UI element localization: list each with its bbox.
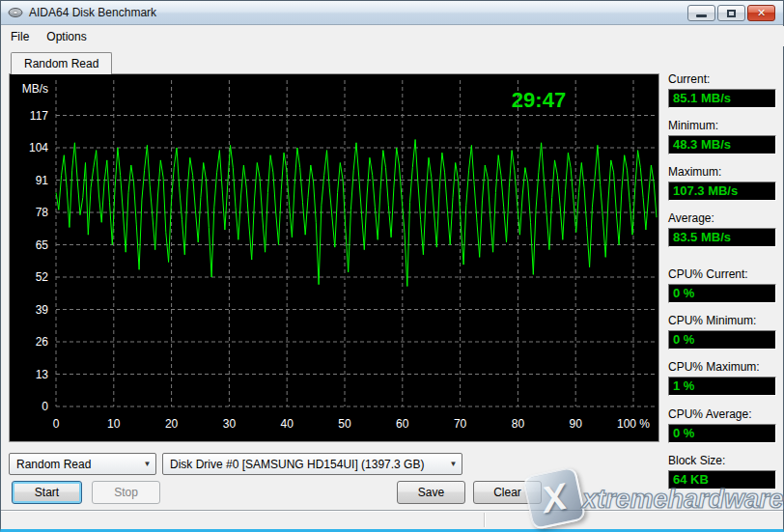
svg-text:100 %: 100 % <box>617 417 650 431</box>
svg-text:30: 30 <box>223 417 237 431</box>
stat-value-cpu-minimum: 0 % <box>668 330 776 350</box>
stat-cpu-minimum: CPU% Minimum: 0 % <box>668 314 776 350</box>
stat-value-average: 83.5 MB/s <box>668 228 776 247</box>
stat-label-minimum: Minimum: <box>668 119 776 132</box>
chevron-down-icon: ▼ <box>139 460 155 468</box>
watermark-logo-icon: X <box>522 466 586 530</box>
maximize-button[interactable] <box>717 5 745 21</box>
stat-label-current: Current: <box>668 72 776 86</box>
svg-text:20: 20 <box>165 417 179 431</box>
svg-text:80: 80 <box>512 417 525 431</box>
menu-bar: File Options <box>2 26 784 46</box>
svg-text:52: 52 <box>36 270 49 284</box>
close-icon: ✕ <box>757 7 766 19</box>
stat-label-cpu-average: CPU% Average: <box>668 407 776 421</box>
svg-text:29:47: 29:47 <box>512 88 566 112</box>
stat-label-average: Average: <box>668 211 776 225</box>
stat-value-current: 85.1 MB/s <box>668 89 776 108</box>
svg-text:104: 104 <box>29 141 48 154</box>
stat-cpu-maximum: CPU% Maximum: 1 % <box>668 360 776 396</box>
close-button[interactable]: ✕ <box>747 5 775 21</box>
chevron-down-icon: ▼ <box>445 460 462 468</box>
svg-text:0: 0 <box>42 400 48 413</box>
stat-average: Average: 83.5 MB/s <box>668 211 776 247</box>
svg-text:78: 78 <box>36 206 49 219</box>
stat-label-maximum: Maximum: <box>668 165 776 179</box>
svg-text:10: 10 <box>107 417 121 431</box>
stat-label-cpu-minimum: CPU% Minimum: <box>668 314 776 327</box>
benchmark-type-value: Random Read <box>16 458 139 471</box>
stat-current: Current: 85.1 MB/s <box>668 72 776 108</box>
menu-options[interactable]: Options <box>38 28 95 45</box>
app-disk-icon <box>8 5 23 20</box>
save-button[interactable]: Save <box>397 481 465 504</box>
tab-random-read[interactable]: Random Read <box>11 52 112 74</box>
benchmark-type-select[interactable]: Random Read ▼ <box>9 453 156 475</box>
maximize-icon <box>727 10 736 17</box>
svg-text:MB/s: MB/s <box>22 82 48 96</box>
minimize-icon <box>696 14 707 17</box>
svg-text:60: 60 <box>396 417 409 431</box>
stat-label-block-size: Block Size: <box>668 454 776 467</box>
stat-value-cpu-current: 0 % <box>668 284 776 303</box>
svg-text:50: 50 <box>338 417 351 431</box>
stat-cpu-current: CPU% Current: 0 % <box>668 267 776 303</box>
benchmark-chart: 0102030405060708090100 %1171049178655239… <box>9 73 659 442</box>
title-bar[interactable]: AIDA64 Disk Benchmark ✕ <box>1 1 783 25</box>
svg-text:65: 65 <box>36 238 49 252</box>
app-window: AIDA64 Disk Benchmark ✕ File Options Ran… <box>0 0 784 532</box>
svg-text:70: 70 <box>454 417 467 431</box>
svg-text:90: 90 <box>570 417 583 431</box>
drive-select[interactable]: Disk Drive #0 [SAMSUNG HD154UI] (1397.3 … <box>162 453 462 475</box>
stat-value-maximum: 107.3 MB/s <box>668 182 776 201</box>
stat-minimum: Minimum: 48.3 MB/s <box>668 119 776 154</box>
stat-value-minimum: 48.3 MB/s <box>668 135 776 154</box>
stat-maximum: Maximum: 107.3 MB/s <box>668 165 776 201</box>
stat-value-cpu-maximum: 1 % <box>668 377 776 396</box>
chart-svg: 0102030405060708090100 %1171049178655239… <box>10 74 658 441</box>
stop-button[interactable]: Stop <box>92 481 160 504</box>
svg-text:40: 40 <box>281 417 294 431</box>
drive-select-value: Disk Drive #0 [SAMSUNG HD154UI] (1397.3 … <box>170 458 445 471</box>
svg-text:91: 91 <box>36 174 49 187</box>
status-bar-divider <box>484 513 485 527</box>
menu-file[interactable]: File <box>2 28 38 45</box>
start-button[interactable]: Start <box>12 481 82 504</box>
watermark-x-glyph: X <box>538 475 571 520</box>
stat-value-cpu-average: 0 % <box>668 424 776 443</box>
window-title: AIDA64 Disk Benchmark <box>29 6 156 19</box>
svg-text:117: 117 <box>30 109 48 123</box>
stat-label-cpu-maximum: CPU% Maximum: <box>668 360 776 374</box>
svg-text:39: 39 <box>36 303 49 317</box>
stat-cpu-average: CPU% Average: 0 % <box>668 407 776 443</box>
stat-label-cpu-current: CPU% Current: <box>668 267 776 281</box>
svg-text:26: 26 <box>36 335 49 349</box>
svg-text:13: 13 <box>36 368 49 381</box>
svg-text:0: 0 <box>53 417 60 431</box>
minimize-button[interactable] <box>687 5 715 21</box>
watermark-text: xtremehardware.it <box>582 485 784 515</box>
